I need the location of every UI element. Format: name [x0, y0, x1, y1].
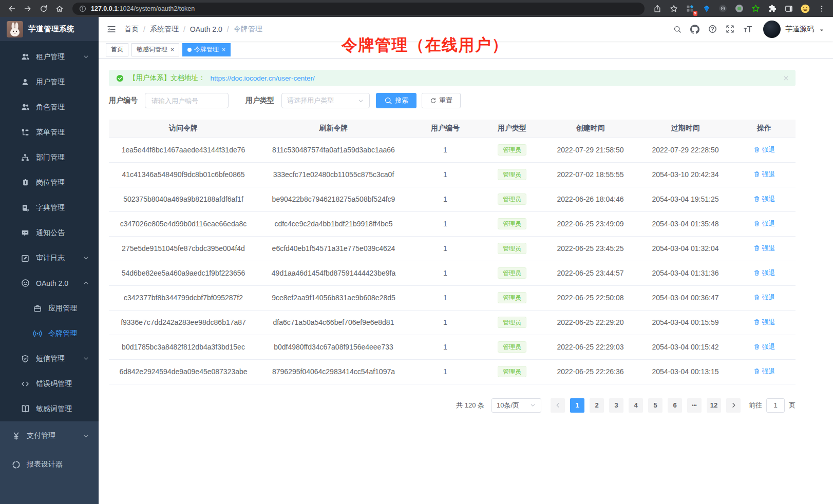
sidebar-item-report-designer[interactable]: 报表设计器 — [0, 450, 99, 479]
user-menu[interactable]: 芋道源码 — [763, 21, 825, 38]
page-size-select[interactable]: 10条/页 — [491, 398, 541, 413]
close-icon[interactable] — [783, 75, 789, 82]
force-logout-link[interactable]: 强退 — [753, 293, 775, 302]
sidebar-item-oauth2[interactable]: OAuth 2.0 — [0, 270, 99, 296]
breadcrumb-item[interactable]: 系统管理 — [150, 25, 179, 34]
browser-menu-icon[interactable] — [815, 2, 828, 15]
camera-ext-icon[interactable] — [716, 2, 729, 15]
expire-time-cell: 2054-03-04 19:51:25 — [638, 187, 733, 211]
chevron-down-icon — [83, 255, 89, 261]
next-page-button[interactable] — [726, 398, 741, 413]
sidebar-item-errcode[interactable]: 错误码管理 — [0, 371, 99, 396]
token-table: 访问令牌刷新令牌用户编号用户类型创建时间过期时间操作 1ea5e44f8bc14… — [109, 120, 796, 384]
gem-ext-icon[interactable] — [700, 2, 713, 15]
page-button-12[interactable]: 12 — [707, 398, 721, 413]
breadcrumb-item[interactable]: 首页 — [124, 25, 139, 34]
profile-emoji-icon[interactable] — [799, 2, 811, 15]
sidebar-item-dict[interactable]: 字典管理 — [0, 195, 99, 220]
table-row: 502375b8040a469a9b82188afdf6af1fbe90422b… — [109, 187, 796, 211]
font-size-icon[interactable] — [743, 25, 752, 34]
page-button-2[interactable]: 2 — [590, 398, 604, 413]
search-button[interactable]: 搜索 — [376, 93, 416, 108]
user-id-input[interactable] — [145, 93, 229, 108]
force-logout-link[interactable]: 强退 — [753, 244, 775, 253]
app-logo[interactable]: 芋道管理系统 — [0, 17, 99, 41]
user-type-badge: 管理员 — [498, 267, 526, 279]
info-icon[interactable] — [79, 5, 86, 12]
tab-label: 令牌管理 — [194, 45, 219, 54]
user-id-label: 用户编号 — [109, 96, 138, 105]
puzzle-ext-icon[interactable] — [766, 2, 779, 15]
page-button-1[interactable]: 1 — [570, 398, 584, 413]
green-star-ext-icon[interactable] — [749, 2, 762, 15]
home-icon[interactable] — [53, 2, 66, 15]
page-button-5[interactable]: 5 — [648, 398, 662, 413]
breadcrumb-item[interactable]: OAuth 2.0 — [190, 25, 222, 33]
force-logout-link[interactable]: 强退 — [753, 195, 775, 204]
created-time-cell: 2022-06-25 23:44:57 — [543, 261, 638, 285]
sidebar-item-audit-log[interactable]: 审计日志 — [0, 245, 99, 270]
side-panel-icon[interactable] — [782, 2, 795, 15]
sidebar-item-dept[interactable]: 部门管理 — [0, 145, 99, 170]
sidebar-item-notice[interactable]: 通知公告 — [0, 220, 99, 245]
prev-page-button[interactable] — [551, 398, 565, 413]
force-logout-link[interactable]: 强退 — [753, 367, 775, 376]
pixel-ext-icon[interactable]: 9 — [684, 2, 696, 15]
doc-link[interactable]: https://doc.iocoder.cn/user-center/ — [211, 74, 315, 82]
sidebar-item-menu[interactable]: 菜单管理 — [0, 120, 99, 145]
user-avatar — [763, 21, 781, 38]
adblock-ext-icon[interactable] — [733, 2, 746, 15]
user-type-select[interactable]: 请选择用户类型 — [281, 93, 370, 108]
column-header: 操作 — [733, 120, 796, 138]
share-icon[interactable] — [651, 2, 664, 15]
user-type-cell: 管理员 — [481, 335, 543, 359]
sidebar-item-tenant[interactable]: 租户管理 — [0, 44, 99, 69]
page-more-button[interactable]: ••• — [687, 398, 702, 413]
sidebar-item-oauth2-token[interactable]: 令牌管理 — [0, 321, 99, 346]
address-bar[interactable]: 127.0.0.1:1024/system/oauth2/token — [72, 3, 645, 15]
tab-close-icon[interactable]: × — [171, 46, 174, 53]
docs-icon[interactable] — [708, 25, 717, 33]
force-logout-label: 强退 — [762, 219, 775, 228]
back-icon[interactable] — [5, 2, 18, 15]
forward-icon[interactable] — [21, 2, 34, 15]
sidebar-item-user[interactable]: 用户管理 — [0, 69, 99, 94]
sidebar-item-sms[interactable]: 短信管理 — [0, 346, 99, 371]
page-button-6[interactable]: 6 — [668, 398, 682, 413]
search-icon[interactable] — [673, 25, 681, 33]
force-logout-link[interactable]: 强退 — [753, 219, 775, 228]
sidebar-item-sensitive-word[interactable]: 敏感词管理 — [0, 396, 99, 421]
sidebar-item-pay[interactable]: 支付管理 — [0, 421, 99, 450]
force-logout-link[interactable]: 强退 — [753, 342, 775, 352]
sidebar-item-role[interactable]: 角色管理 — [0, 94, 99, 120]
user-type-badge: 管理员 — [498, 317, 526, 328]
bookmark-star-icon[interactable] — [667, 2, 680, 15]
tab-home[interactable]: 首页 — [106, 43, 128, 56]
tab-sensitive-word[interactable]: 敏感词管理× — [131, 43, 179, 56]
page-button-4[interactable]: 4 — [629, 398, 643, 413]
force-logout-link[interactable]: 强退 — [753, 268, 775, 278]
user-icon — [21, 78, 30, 86]
force-logout-link[interactable]: 强退 — [753, 170, 775, 179]
tab-token[interactable]: 令牌管理× — [182, 43, 231, 56]
goto-page-input[interactable] — [766, 398, 785, 413]
expire-time-cell: 2054-03-04 01:31:36 — [638, 261, 733, 285]
github-icon[interactable] — [690, 25, 699, 34]
user-id-cell: 1 — [409, 211, 481, 236]
fullscreen-icon[interactable] — [726, 25, 734, 33]
sidebar-item-oauth2-app[interactable]: 应用管理 — [0, 296, 99, 321]
reload-icon[interactable] — [37, 2, 50, 15]
force-logout-link[interactable]: 强退 — [753, 145, 775, 154]
url-text: 127.0.0.1:1024/system/oauth2/token — [91, 5, 195, 12]
page-button-3[interactable]: 3 — [609, 398, 623, 413]
table-row: 1ea5e44f8bc1467aaede43144f31de76811c5304… — [109, 138, 796, 162]
refresh-token-cell: be90422b8c7946218275a508bf524fc9 — [258, 187, 409, 211]
tab-close-icon[interactable]: × — [222, 46, 225, 53]
refresh-token-cell: 811c530487574fa0af1a59d3abc1aa66 — [258, 138, 409, 162]
filter-form: 用户编号 用户类型 请选择用户类型 搜索 重置 — [109, 93, 796, 108]
hamburger-icon[interactable] — [107, 25, 116, 34]
sidebar-item-post[interactable]: 岗位管理 — [0, 170, 99, 195]
sidebar: 芋道管理系统 租户管理用户管理角色管理菜单管理部门管理岗位管理字典管理通知公告审… — [0, 17, 99, 504]
reset-button[interactable]: 重置 — [422, 93, 461, 108]
force-logout-link[interactable]: 强退 — [753, 318, 775, 327]
